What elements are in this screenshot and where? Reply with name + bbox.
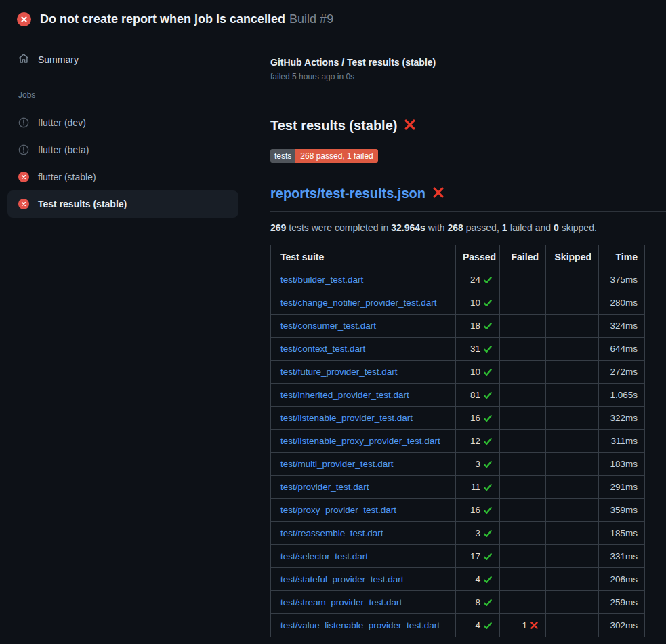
check-icon xyxy=(483,552,493,561)
suite-cell: test/stateful_provider_test.dart xyxy=(271,568,456,591)
table-row: test/value_listenable_provider_test.dart… xyxy=(271,614,645,637)
summary-text: passed, xyxy=(463,222,502,233)
failed-cell xyxy=(500,268,546,291)
test-suite-link[interactable]: test/change_notifier_provider_test.dart xyxy=(280,298,436,308)
table-row: test/stream_provider_test.dart8259ms xyxy=(271,591,645,614)
skipped-cell xyxy=(546,384,599,407)
failed-cell xyxy=(500,407,546,430)
test-suite-link[interactable]: test/multi_provider_test.dart xyxy=(280,459,394,469)
time-cell: 280ms xyxy=(599,291,645,315)
test-suite-link[interactable]: test/stream_provider_test.dart xyxy=(280,597,402,607)
skipped-cell xyxy=(546,407,599,430)
time-cell: 272ms xyxy=(599,361,645,384)
skipped-cell xyxy=(546,591,599,614)
table-row: test/selector_test.dart17331ms xyxy=(271,545,645,568)
failed-cell xyxy=(500,430,546,453)
table-row: test/builder_test.dart24375ms xyxy=(271,268,645,291)
failed-cell xyxy=(500,568,546,591)
time-cell: 359ms xyxy=(599,499,645,522)
check-icon xyxy=(483,414,493,423)
suite-cell: test/stream_provider_test.dart xyxy=(271,591,456,614)
test-suite-link[interactable]: test/listenable_provider_test.dart xyxy=(280,413,413,423)
test-suite-link[interactable]: test/proxy_provider_test.dart xyxy=(280,505,396,515)
col-header-skipped: Skipped xyxy=(546,245,599,268)
test-suite-link[interactable]: test/reassemble_test.dart xyxy=(280,528,383,538)
test-suite-link[interactable]: test/builder_test.dart xyxy=(280,275,363,285)
sidebar-item-label: flutter (dev) xyxy=(38,117,86,128)
test-suite-link[interactable]: test/consumer_test.dart xyxy=(280,321,376,331)
sidebar-item-flutter-beta[interactable]: flutter (beta) xyxy=(7,136,238,163)
sidebar-item-flutter-dev[interactable]: flutter (dev) xyxy=(7,109,238,136)
check-icon xyxy=(483,344,493,354)
check-icon xyxy=(483,483,493,492)
suite-cell: test/selector_test.dart xyxy=(271,545,456,568)
time-cell: 1.065s xyxy=(599,384,645,407)
test-suite-link[interactable]: test/selector_test.dart xyxy=(280,551,368,561)
col-header-failed: Failed xyxy=(500,245,546,268)
sidebar-item-flutter-stable[interactable]: flutter (stable) xyxy=(7,163,238,190)
time-cell: 206ms xyxy=(599,568,645,591)
report-file-link[interactable]: reports/test-results.json xyxy=(270,184,425,202)
check-icon xyxy=(483,506,493,515)
test-suite-link[interactable]: test/provider_test.dart xyxy=(280,482,369,492)
check-icon xyxy=(483,367,493,377)
tests-badge: tests 268 passed, 1 failed xyxy=(270,149,378,163)
skipped-cell xyxy=(546,338,599,361)
skipped-cell xyxy=(546,268,599,291)
badge-label: tests xyxy=(270,149,295,163)
suite-cell: test/context_test.dart xyxy=(271,338,456,361)
jobs-section-label: Jobs xyxy=(18,90,270,100)
summary-text: tests were completed in xyxy=(286,222,391,233)
check-icon xyxy=(483,621,493,630)
table-header-row: Test suite Passed Failed Skipped Time xyxy=(271,245,645,268)
check-icon xyxy=(483,390,493,400)
sidebar-item-summary[interactable]: Summary xyxy=(0,49,270,70)
results-table: Test suite Passed Failed Skipped Time te… xyxy=(270,245,645,637)
skipped-cell xyxy=(546,499,599,522)
main-content: GitHub Actions / Test results (stable) f… xyxy=(270,35,666,637)
table-row: test/reassemble_test.dart3185ms xyxy=(271,522,645,545)
failed-icon xyxy=(18,199,29,209)
badge-value: 268 passed, 1 failed xyxy=(295,149,377,163)
time-cell: 302ms xyxy=(599,614,645,637)
test-suite-link[interactable]: test/inherited_provider_test.dart xyxy=(280,390,409,400)
time-cell: 331ms xyxy=(599,545,645,568)
skipped-cell xyxy=(546,476,599,499)
suite-cell: test/provider_test.dart xyxy=(271,476,456,499)
test-suite-link[interactable]: test/listenable_proxy_provider_test.dart xyxy=(280,436,440,446)
time-cell: 291ms xyxy=(599,476,645,499)
sidebar-summary-label: Summary xyxy=(38,54,79,65)
summary-text: with xyxy=(425,222,448,233)
skipped-cell xyxy=(546,291,599,315)
col-header-test-suite: Test suite xyxy=(271,245,456,268)
passed-cell: 16 xyxy=(456,499,500,522)
table-row: test/context_test.dart31644ms xyxy=(271,338,645,361)
suite-cell: test/inherited_provider_test.dart xyxy=(271,384,456,407)
table-row: test/proxy_provider_test.dart16359ms xyxy=(271,499,645,522)
passed-cell: 81 xyxy=(456,384,500,407)
total-count: 269 xyxy=(270,222,286,233)
passed-cell: 18 xyxy=(456,315,500,338)
failed-cell xyxy=(500,545,546,568)
suite-cell: test/listenable_proxy_provider_test.dart xyxy=(271,430,456,453)
passed-cell: 11 xyxy=(456,476,500,499)
skipped-cell xyxy=(546,361,599,384)
test-suite-link[interactable]: test/value_listenable_provider_test.dart xyxy=(280,620,440,630)
sidebar-item-test-results-stable[interactable]: Test results (stable) xyxy=(7,190,238,218)
layout: Summary Jobs flutter (dev) flutter (beta… xyxy=(0,35,666,637)
summary-text: failed and xyxy=(507,222,554,233)
cross-icon xyxy=(432,185,444,203)
test-suite-link[interactable]: test/future_provider_test.dart xyxy=(280,367,398,377)
cancelled-icon xyxy=(18,144,29,155)
sidebar-item-label: Test results (stable) xyxy=(38,199,127,209)
check-icon xyxy=(483,575,493,584)
passed-cell: 3 xyxy=(456,453,500,476)
table-row: test/future_provider_test.dart10272ms xyxy=(271,361,645,384)
test-suite-link[interactable]: test/stateful_provider_test.dart xyxy=(280,574,404,584)
suite-cell: test/builder_test.dart xyxy=(271,268,456,291)
test-suite-link[interactable]: test/context_test.dart xyxy=(280,344,365,354)
passed-cell: 10 xyxy=(456,291,500,315)
passed-cell: 3 xyxy=(456,522,500,545)
table-row: test/consumer_test.dart18324ms xyxy=(271,315,645,338)
time-cell: 324ms xyxy=(599,315,645,338)
